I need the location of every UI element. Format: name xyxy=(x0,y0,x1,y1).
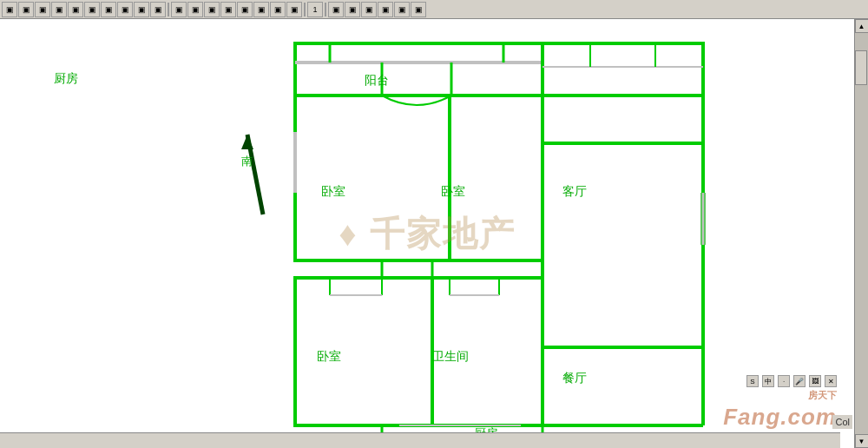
toolbar-separator-1 xyxy=(168,3,169,16)
toolbar-btn-25[interactable]: ▣ xyxy=(411,2,426,17)
toolbar-btn-22[interactable]: ▣ xyxy=(361,2,377,17)
logo-icon-dot: · xyxy=(778,375,790,387)
toolbar-btn-3[interactable]: ▣ xyxy=(35,2,50,17)
toolbar-btn-1[interactable]: ▣ xyxy=(2,2,17,17)
logo-icon-s: S xyxy=(746,375,759,387)
label-kitchen-top: 厨房 xyxy=(54,71,78,87)
toolbar-btn-24[interactable]: ▣ xyxy=(394,2,410,17)
statusbar xyxy=(0,432,840,448)
label-bedroom-top-right: 卧室 xyxy=(441,184,465,200)
svg-rect-12 xyxy=(542,96,703,347)
toolbar-btn-19[interactable]: 1 xyxy=(307,2,323,17)
toolbar-btn-2[interactable]: ▣ xyxy=(18,2,34,17)
toolbar-btn-12[interactable]: ▣ xyxy=(187,2,203,17)
canvas[interactable]: 厨房 阳台 卧室 卧室 客厅 卧室 卫生间 餐厅 厨房 南 ♦ 千家地产 S 中… xyxy=(0,19,854,448)
col-label: Col xyxy=(832,415,852,429)
toolbar-btn-8[interactable]: ▣ xyxy=(117,2,133,17)
toolbar-btn-21[interactable]: ▣ xyxy=(345,2,360,17)
toolbar-btn-15[interactable]: ▣ xyxy=(237,2,253,17)
scroll-down-btn[interactable]: ▼ xyxy=(855,434,869,448)
svg-rect-0 xyxy=(295,43,542,96)
logo-area: S 中 · 🎤 🖼 ✕ 房天下 Fang.com xyxy=(723,375,837,431)
toolbar-btn-14[interactable]: ▣ xyxy=(220,2,236,17)
label-living-room: 客厅 xyxy=(562,184,587,200)
toolbar-btn-17[interactable]: ▣ xyxy=(270,2,286,17)
main-area: 厨房 阳台 卧室 卧室 客厅 卧室 卫生间 餐厅 厨房 南 ♦ 千家地产 S 中… xyxy=(0,19,868,448)
toolbar-btn-9[interactable]: ▣ xyxy=(134,2,149,17)
toolbar-btn-11[interactable]: ▣ xyxy=(171,2,187,17)
toolbar-separator-2 xyxy=(304,3,306,16)
logo-icon-img: 🖼 xyxy=(809,375,821,387)
label-bedroom-bottom: 卧室 xyxy=(317,349,341,365)
logo-icon-mic: 🎤 xyxy=(793,375,806,387)
toolbar-btn-13[interactable]: ▣ xyxy=(204,2,220,17)
scroll-up-btn[interactable]: ▲ xyxy=(855,19,869,33)
toolbar-btn-20[interactable]: ▣ xyxy=(328,2,344,17)
scroll-track-vertical[interactable] xyxy=(855,33,868,434)
logo-icons: S 中 · 🎤 🖼 ✕ xyxy=(746,375,837,387)
label-bedroom-top-left: 卧室 xyxy=(321,184,345,200)
toolbar-btn-23[interactable]: ▣ xyxy=(378,2,393,17)
toolbar-btn-18[interactable]: ▣ xyxy=(286,2,302,17)
toolbar-btn-16[interactable]: ▣ xyxy=(253,2,269,17)
label-balcony: 阳台 xyxy=(365,73,389,89)
toolbar-btn-5[interactable]: ▣ xyxy=(68,2,83,17)
logo-fangtianxia-text: 房天下 xyxy=(808,389,837,402)
toolbar-btn-4[interactable]: ▣ xyxy=(51,2,67,17)
svg-marker-36 xyxy=(241,135,253,149)
toolbar-btn-7[interactable]: ▣ xyxy=(101,2,116,17)
toolbar-separator-3 xyxy=(325,3,326,16)
toolbar-btn-6[interactable]: ▣ xyxy=(84,2,100,17)
toolbar-btn-10[interactable]: ▣ xyxy=(150,2,166,17)
compass-label: 南 xyxy=(241,154,253,169)
svg-rect-11 xyxy=(450,96,542,260)
scroll-thumb-vertical[interactable] xyxy=(855,50,867,85)
svg-rect-14 xyxy=(295,278,432,425)
svg-rect-10 xyxy=(295,96,450,260)
logo-icon-cn: 中 xyxy=(762,375,774,387)
logo-icon-x: ✕ xyxy=(825,375,837,387)
scrollbar-vertical[interactable]: ▲ ▼ xyxy=(854,19,868,448)
label-bathroom: 卫生间 xyxy=(432,349,469,365)
toolbar: ▣ ▣ ▣ ▣ ▣ ▣ ▣ ▣ ▣ ▣ ▣ ▣ ▣ ▣ ▣ ▣ ▣ ▣ 1 ▣ … xyxy=(0,0,868,19)
logo-fang-text: Fang.com xyxy=(723,404,837,431)
label-dining-room: 餐厅 xyxy=(562,371,587,386)
svg-rect-6 xyxy=(542,43,703,143)
